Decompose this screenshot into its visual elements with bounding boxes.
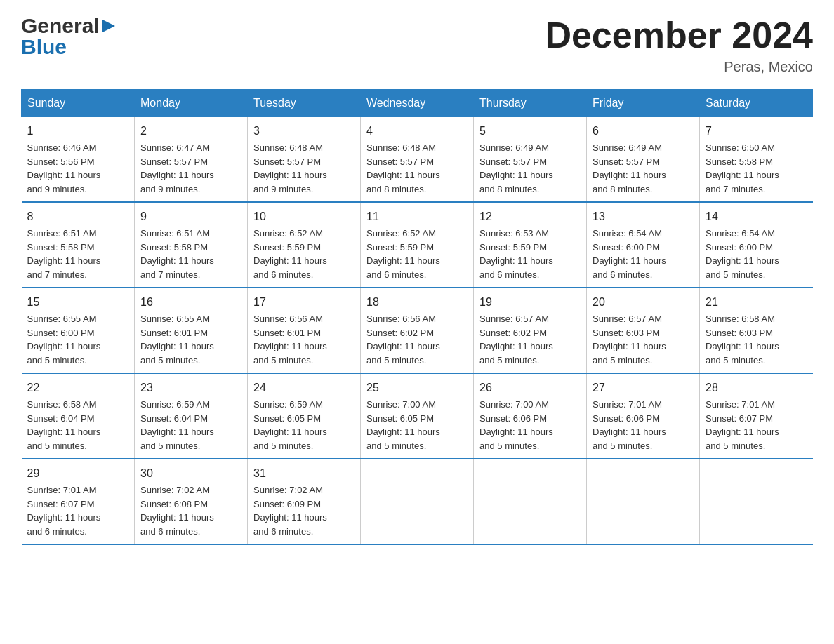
calendar-cell: [474, 459, 587, 544]
day-info-line: Sunset: 6:09 PM: [253, 497, 355, 511]
day-info-line: Sunset: 6:08 PM: [140, 497, 241, 511]
calendar-cell: 28Sunrise: 7:01 AMSunset: 6:07 PMDayligh…: [700, 373, 813, 459]
day-info-line: Daylight: 11 hours: [593, 254, 694, 268]
day-info-line: Sunset: 5:59 PM: [366, 241, 468, 255]
day-info-line: Daylight: 11 hours: [706, 425, 807, 439]
day-info-line: Sunset: 5:58 PM: [140, 241, 241, 255]
day-info-line: and 5 minutes.: [593, 354, 694, 368]
calendar-cell: 11Sunrise: 6:52 AMSunset: 5:59 PMDayligh…: [361, 202, 474, 288]
day-info-line: and 8 minutes.: [479, 182, 581, 196]
calendar-title: December 2024: [545, 14, 813, 56]
calendar-cell: 24Sunrise: 6:59 AMSunset: 6:05 PMDayligh…: [248, 373, 361, 459]
week-row-2: 8Sunrise: 6:51 AMSunset: 5:58 PMDaylight…: [22, 202, 813, 288]
day-info-line: Daylight: 11 hours: [140, 254, 241, 268]
day-info-line: Daylight: 11 hours: [479, 340, 581, 354]
calendar-table: SundayMondayTuesdayWednesdayThursdayFrid…: [21, 89, 813, 545]
day-info-line: Daylight: 11 hours: [140, 168, 241, 182]
day-info-line: Sunrise: 6:52 AM: [253, 227, 355, 241]
day-number: 25: [366, 380, 468, 396]
day-info-line: Daylight: 11 hours: [140, 340, 241, 354]
day-info-line: Sunset: 6:05 PM: [253, 412, 355, 426]
day-info-line: Sunrise: 6:49 AM: [479, 141, 581, 155]
day-info-line: and 9 minutes.: [253, 182, 355, 196]
calendar-cell: 22Sunrise: 6:58 AMSunset: 6:04 PMDayligh…: [22, 373, 135, 459]
day-info-line: Sunset: 5:57 PM: [366, 155, 468, 169]
day-number: 4: [366, 123, 468, 140]
day-info-line: Sunrise: 6:52 AM: [366, 227, 468, 241]
calendar-cell: 14Sunrise: 6:54 AMSunset: 6:00 PMDayligh…: [700, 202, 813, 288]
day-info-line: and 5 minutes.: [140, 354, 241, 368]
calendar-cell: 13Sunrise: 6:54 AMSunset: 6:00 PMDayligh…: [587, 202, 700, 288]
day-info-line: Sunrise: 6:50 AM: [706, 141, 807, 155]
day-info-line: Daylight: 11 hours: [27, 425, 129, 439]
day-number: 29: [27, 465, 129, 482]
day-number: 28: [706, 380, 807, 396]
day-info-line: Sunset: 6:03 PM: [593, 326, 694, 340]
page-header: General Blue December 2024 Peras, Mexico: [21, 14, 813, 75]
header-cell-monday: Monday: [135, 90, 248, 117]
calendar-cell: 5Sunrise: 6:49 AMSunset: 5:57 PMDaylight…: [474, 117, 587, 203]
day-info-line: Sunrise: 6:53 AM: [479, 227, 581, 241]
day-number: 7: [706, 123, 807, 140]
calendar-cell: 12Sunrise: 6:53 AMSunset: 5:59 PMDayligh…: [474, 202, 587, 288]
day-info-line: and 5 minutes.: [479, 354, 581, 368]
day-info-line: Sunrise: 6:59 AM: [253, 398, 355, 412]
day-info-line: Sunrise: 7:02 AM: [140, 483, 241, 497]
day-info-line: and 9 minutes.: [140, 182, 241, 196]
day-number: 8: [27, 208, 129, 225]
header-cell-saturday: Saturday: [700, 90, 813, 117]
day-info-line: Sunset: 5:57 PM: [140, 155, 241, 169]
day-number: 6: [593, 123, 694, 140]
calendar-cell: 6Sunrise: 6:49 AMSunset: 5:57 PMDaylight…: [587, 117, 700, 203]
day-info-line: Daylight: 11 hours: [27, 511, 129, 525]
day-info-line: Daylight: 11 hours: [366, 425, 468, 439]
calendar-cell: 15Sunrise: 6:55 AMSunset: 6:00 PMDayligh…: [22, 288, 135, 373]
header-cell-thursday: Thursday: [474, 90, 587, 117]
day-info-line: Sunrise: 6:57 AM: [593, 312, 694, 326]
day-number: 9: [140, 208, 241, 225]
day-number: 5: [479, 123, 581, 140]
day-info-line: Sunset: 6:06 PM: [479, 412, 581, 426]
calendar-cell: 4Sunrise: 6:48 AMSunset: 5:57 PMDaylight…: [361, 117, 474, 203]
day-number: 2: [140, 123, 241, 140]
day-info-line: Daylight: 11 hours: [366, 340, 468, 354]
week-row-1: 1Sunrise: 6:46 AMSunset: 5:56 PMDaylight…: [22, 117, 813, 203]
day-number: 10: [253, 208, 355, 225]
day-number: 27: [593, 380, 694, 396]
header-cell-wednesday: Wednesday: [361, 90, 474, 117]
calendar-cell: 8Sunrise: 6:51 AMSunset: 5:58 PMDaylight…: [22, 202, 135, 288]
day-info-line: Sunset: 5:58 PM: [27, 241, 129, 255]
day-number: 21: [706, 294, 807, 311]
week-row-3: 15Sunrise: 6:55 AMSunset: 6:00 PMDayligh…: [22, 288, 813, 373]
day-info-line: Sunrise: 6:54 AM: [706, 227, 807, 241]
calendar-cell: 17Sunrise: 6:56 AMSunset: 6:01 PMDayligh…: [248, 288, 361, 373]
day-number: 12: [479, 208, 581, 225]
day-info-line: Sunrise: 6:48 AM: [366, 141, 468, 155]
day-info-line: and 5 minutes.: [366, 354, 468, 368]
day-info-line: Sunset: 6:02 PM: [366, 326, 468, 340]
day-number: 15: [27, 294, 129, 311]
day-info-line: Daylight: 11 hours: [253, 425, 355, 439]
day-info-line: Sunrise: 7:01 AM: [706, 398, 807, 412]
calendar-cell: [587, 459, 700, 544]
day-info-line: Sunrise: 7:00 AM: [366, 398, 468, 412]
day-info-line: and 7 minutes.: [706, 182, 807, 196]
header-row: SundayMondayTuesdayWednesdayThursdayFrid…: [22, 90, 813, 117]
day-info-line: Sunrise: 6:57 AM: [479, 312, 581, 326]
day-info-line: Daylight: 11 hours: [706, 254, 807, 268]
day-info-line: Sunrise: 6:46 AM: [27, 141, 129, 155]
day-info-line: and 8 minutes.: [366, 182, 468, 196]
day-info-line: Daylight: 11 hours: [593, 168, 694, 182]
day-info-line: Daylight: 11 hours: [593, 425, 694, 439]
day-info-line: Sunset: 5:57 PM: [253, 155, 355, 169]
logo-arrow-icon: [101, 18, 117, 34]
day-info-line: Daylight: 11 hours: [140, 425, 241, 439]
day-info-line: and 7 minutes.: [140, 268, 241, 282]
calendar-cell: [361, 459, 474, 544]
day-info-line: Daylight: 11 hours: [27, 254, 129, 268]
day-info-line: Sunrise: 7:00 AM: [479, 398, 581, 412]
day-info-line: Sunset: 6:07 PM: [706, 412, 807, 426]
day-info-line: Sunrise: 6:56 AM: [366, 312, 468, 326]
day-number: 20: [593, 294, 694, 311]
header-cell-sunday: Sunday: [22, 90, 135, 117]
